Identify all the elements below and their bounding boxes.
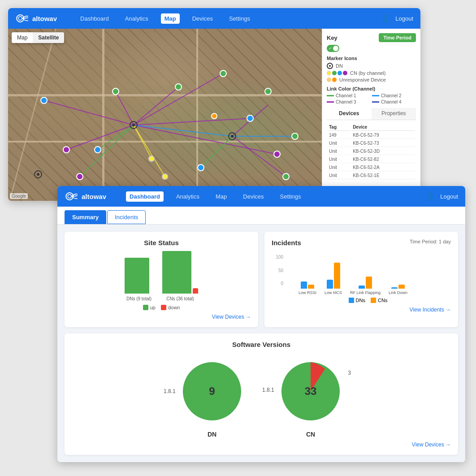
cn-blue-2[interactable] xyxy=(94,146,101,153)
incidents-bars: Low RSSI Low MCS xyxy=(299,255,451,295)
inc-link-down: Link Down xyxy=(389,285,407,295)
device-name: KB-C6-52-82 xyxy=(351,156,415,163)
inc-low-mcs: Low MCS xyxy=(325,263,342,295)
channel1-item: Channel 1 xyxy=(327,93,371,98)
devices-table: Tag Device 149KB-C6-52-79UnitKB-C6-52-73… xyxy=(327,123,416,180)
inc-dns-label: DNs xyxy=(356,298,365,303)
svg-line-10 xyxy=(80,125,134,177)
marker-icons-section: Marker Icons DN CN (by channel) xyxy=(327,56,416,82)
dn-bar-group: DNs (9 total) xyxy=(125,258,153,301)
cn-purple-1[interactable] xyxy=(63,146,70,153)
dn-node-2[interactable] xyxy=(228,132,236,140)
sw-charts-row: 9 1.8.1 DN xyxy=(72,355,451,438)
cn-yellow-1[interactable] xyxy=(148,156,155,162)
cn-dots-icon xyxy=(327,71,347,75)
sw-view-devices-link[interactable]: View Devices → xyxy=(72,441,451,448)
channel3-label: Channel 3 xyxy=(336,100,356,104)
cn-blue-3[interactable] xyxy=(197,164,204,171)
cn-green-3[interactable] xyxy=(220,70,227,77)
marker-icons-title: Marker Icons xyxy=(327,56,416,61)
col-tag: Tag xyxy=(328,124,351,131)
inc-mcs-cn-bar xyxy=(334,263,340,289)
inc-low-rssi: Low RSSI xyxy=(299,281,316,295)
device-name: KB-C6-52-3D xyxy=(351,148,415,155)
view-devices-link[interactable]: View Devices → xyxy=(72,314,251,320)
map-nav-dashboard[interactable]: Dashboard xyxy=(77,13,113,24)
cn-bar-pair xyxy=(162,251,198,294)
key-toggle-switch[interactable]: ✓ xyxy=(327,45,339,52)
map-logout-btn[interactable]: Logout xyxy=(395,15,413,22)
inc-rf-cn-bar xyxy=(366,277,372,289)
device-tag: Unit xyxy=(328,164,351,171)
table-row[interactable]: UnitKB-C6-52-1E xyxy=(328,172,415,179)
cn-yellow-2[interactable] xyxy=(162,173,168,180)
svg-line-3 xyxy=(66,125,134,150)
inc-mcs-pair xyxy=(327,263,340,289)
map-brand-label: altowav xyxy=(32,15,57,22)
cn-green-5[interactable] xyxy=(291,133,299,140)
view-incidents-link[interactable]: View Incidents → xyxy=(272,307,451,313)
table-row[interactable]: UnitKB-C6-52-73 xyxy=(328,140,415,147)
table-row[interactable]: UnitKB-C6-52-2A xyxy=(328,164,415,171)
dn-node-3[interactable] xyxy=(34,170,42,178)
legend-up-label: up xyxy=(150,305,156,310)
map-nav-analytics[interactable]: Analytics xyxy=(121,13,152,24)
cn-dot-purple xyxy=(343,71,347,75)
panel-tabs: Devices Properties xyxy=(327,108,416,120)
unresponsive-inner-dot xyxy=(332,78,337,82)
tab-incidents[interactable]: Incidents xyxy=(107,210,146,224)
cn-orange-unresponsive[interactable] xyxy=(211,113,217,119)
inc-dns-dot xyxy=(349,298,354,303)
map-nav-devices[interactable]: Devices xyxy=(189,13,216,24)
table-row[interactable]: UnitKB-C6-52-3D xyxy=(328,148,415,155)
dn-marker-item: DN xyxy=(327,63,416,69)
incidents-card: Incidents Time Period: 1 day 100 50 0 xyxy=(264,232,458,327)
unresponsive-outer-dot xyxy=(327,78,331,82)
map-area[interactable]: Map Satellite xyxy=(8,29,322,201)
cn-dot-green xyxy=(332,71,337,75)
inc-rf-link: RF Link Flapping xyxy=(350,277,381,295)
cn-blue-4[interactable] xyxy=(247,115,254,122)
cn-green-6[interactable] xyxy=(282,173,290,180)
inc-rssi-pair xyxy=(301,281,314,289)
unresponsive-label: Unresponsive Device xyxy=(339,77,386,82)
map-nav-map[interactable]: Map xyxy=(161,13,180,24)
software-versions-card: Software Versions 9 1.8.1 DN xyxy=(65,333,458,455)
channel1-color xyxy=(327,95,334,96)
channel2-label: Channel 2 xyxy=(381,93,402,98)
tab-properties[interactable]: Properties xyxy=(372,108,416,120)
dash-logout-btn[interactable]: Logout xyxy=(440,193,458,200)
table-row[interactable]: UnitKB-C6-52-82 xyxy=(328,156,415,163)
inc-legend-cns: CNs xyxy=(371,298,387,303)
dash-content: Site Status DNs (9 total) xyxy=(57,225,465,462)
cn-bar-label: CNs (36 total) xyxy=(166,296,194,301)
cn-purple-3[interactable] xyxy=(76,173,83,180)
dn-chart-name: DN xyxy=(208,431,216,438)
key-title: Key xyxy=(327,35,338,41)
map-body: Map Satellite xyxy=(8,29,420,201)
tab-summary[interactable]: Summary xyxy=(65,210,106,224)
map-btn[interactable]: Map xyxy=(12,32,33,43)
legend-down-dot xyxy=(161,305,166,310)
cn-green-2[interactable] xyxy=(175,83,182,91)
cn-other-count: 3 xyxy=(348,370,351,376)
inc-rssi-cn-bar xyxy=(308,285,314,289)
time-period-button[interactable]: Time Period xyxy=(379,33,416,42)
tab-devices[interactable]: Devices xyxy=(327,108,372,120)
dn-node-1[interactable] xyxy=(130,121,138,129)
channel4-item: Channel 4 xyxy=(372,100,416,104)
satellite-btn[interactable]: Satellite xyxy=(33,32,64,43)
map-nav-settings[interactable]: Settings xyxy=(225,13,254,24)
channel4-color xyxy=(372,101,379,103)
device-tag: Unit xyxy=(328,172,351,179)
cn-blue-1[interactable] xyxy=(40,97,48,104)
cn-green-4[interactable] xyxy=(264,88,272,95)
legend-up-dot xyxy=(143,305,148,310)
dn-bar-label: DNs (9 total) xyxy=(126,296,151,301)
table-row[interactable]: 149KB-C6-52-79 xyxy=(328,132,415,139)
cn-green-1[interactable] xyxy=(112,88,119,95)
cn-purple-2[interactable] xyxy=(273,151,281,158)
col-device: Device xyxy=(351,124,415,131)
cn-marker-label: CN (by channel) xyxy=(350,70,385,76)
channel1-label: Channel 1 xyxy=(336,93,356,98)
